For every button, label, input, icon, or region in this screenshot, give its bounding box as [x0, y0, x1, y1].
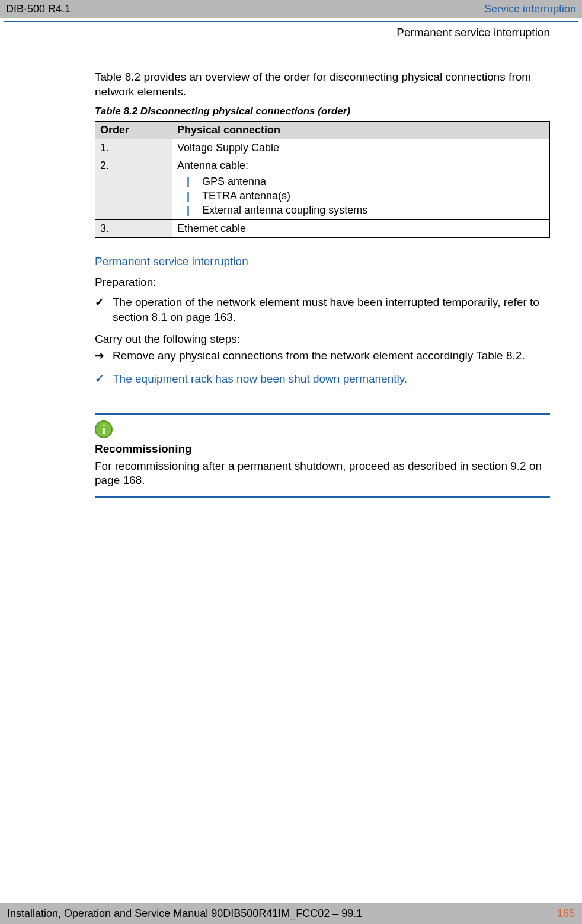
- cell-value-label: Antenna cable:: [177, 160, 248, 171]
- cell-order: 3.: [95, 219, 172, 237]
- cell-order: 2.: [95, 157, 172, 219]
- prep-label: Preparation:: [95, 275, 550, 290]
- header-product: DIB-500 R4.1: [6, 2, 71, 16]
- list-item: GPS antenna: [187, 174, 545, 189]
- prep-item: The operation of the network element mus…: [95, 295, 550, 324]
- footer-doc: Installation, Operation and Service Manu…: [7, 907, 362, 920]
- table-row: 2. Antenna cable: GPS antenna TETRA ante…: [95, 157, 550, 219]
- cell-order: 1.: [95, 139, 172, 157]
- disconnect-table: Order Physical connection 1. Voltage Sup…: [95, 121, 550, 238]
- carry-label: Carry out the following steps:: [95, 332, 550, 347]
- table-caption: Table 8.2 Disconnecting physical connect…: [95, 105, 550, 118]
- info-title: Recommissioning: [95, 442, 550, 457]
- info-block: i Recommissioning For recommissioning af…: [95, 413, 550, 498]
- list-item: External antenna coupling systems: [187, 203, 545, 217]
- header-subsection: Permanent service interruption: [0, 22, 582, 40]
- result-item: The equipment rack has now been shut dow…: [95, 372, 550, 387]
- list-item: TETRA antenna(s): [187, 189, 545, 203]
- cell-value: Ethernet cable: [172, 219, 550, 237]
- info-body: For recommissioning after a permanent sh…: [95, 459, 550, 488]
- th-order: Order: [95, 121, 172, 139]
- header-bar: DIB-500 R4.1 Service interruption: [0, 0, 582, 18]
- page-number: 165: [557, 907, 575, 920]
- antenna-sublist: GPS antenna TETRA antenna(s) External an…: [187, 174, 545, 218]
- table-row: 3. Ethernet cable: [95, 219, 550, 237]
- cell-value: Voltage Supply Cable: [172, 139, 550, 157]
- intro-paragraph: Table 8.2 provides an overview of the or…: [95, 70, 550, 99]
- cell-value: Antenna cable: GPS antenna TETRA antenna…: [172, 157, 550, 219]
- table-row: 1. Voltage Supply Cable: [95, 139, 550, 157]
- th-physical: Physical connection: [172, 121, 550, 139]
- page-content: Table 8.2 provides an overview of the or…: [0, 40, 582, 498]
- header-section: Service interruption: [484, 2, 576, 16]
- info-icon: i: [95, 420, 113, 438]
- section-heading: Permanent service interruption: [95, 254, 550, 269]
- footer-bar: Installation, Operation and Service Manu…: [0, 903, 582, 924]
- carry-item: Remove any physical connections from the…: [95, 349, 550, 364]
